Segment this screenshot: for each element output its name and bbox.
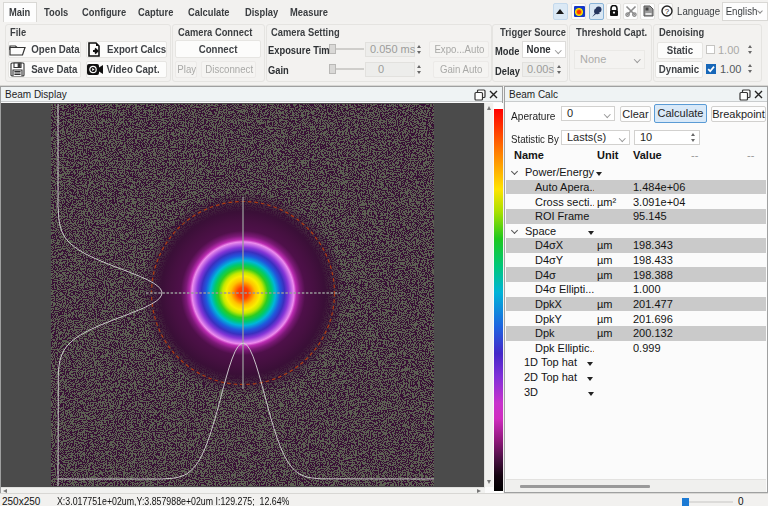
svg-text:?: ? (664, 7, 669, 16)
